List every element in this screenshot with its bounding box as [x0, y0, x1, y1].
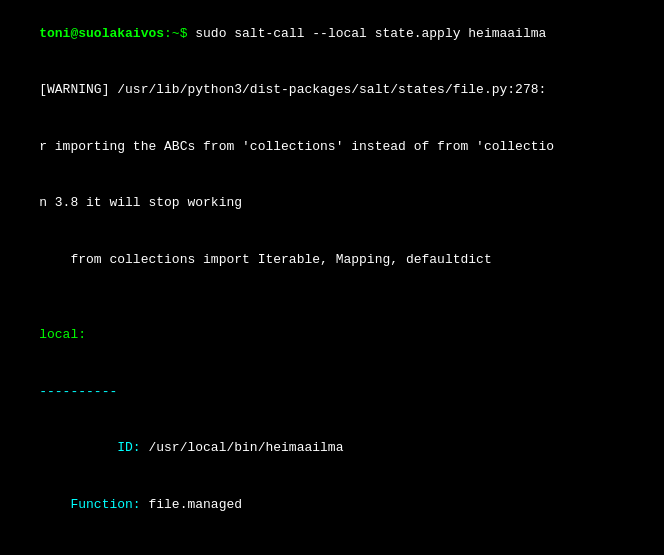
prompt-user: toni@suolakaivos [39, 26, 164, 41]
command-text: sudo salt-call --local state.apply heima… [195, 26, 546, 41]
result-line: Result: True [8, 534, 656, 555]
terminal-window: toni@suolakaivos:~$ sudo salt-call --loc… [0, 0, 664, 555]
local-label: local: [8, 308, 656, 365]
separator-1: ---------- [8, 364, 656, 421]
blank-line-1 [8, 289, 656, 308]
warning-line-1: [WARNING] /usr/lib/python3/dist-packages… [8, 63, 656, 120]
command-line: toni@suolakaivos:~$ sudo salt-call --loc… [8, 6, 656, 63]
prompt-separator: :~$ [164, 26, 195, 41]
warning-line-2: r importing the ABCs from 'collections' … [8, 119, 656, 176]
warning-line-4: from collections import Iterable, Mappin… [8, 232, 656, 289]
id-line: ID: /usr/local/bin/heimaailma [8, 421, 656, 478]
warning-line-3: n 3.8 it will stop working [8, 176, 656, 233]
function-line: Function: file.managed [8, 477, 656, 534]
